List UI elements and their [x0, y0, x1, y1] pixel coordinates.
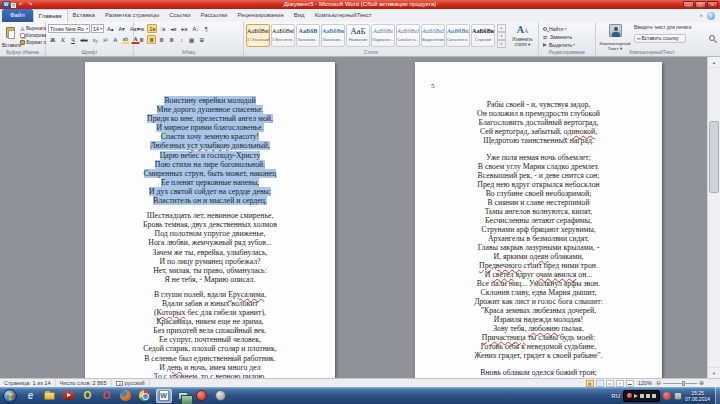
style-chip-6[interactable]: АаБбВвГдСлабое в...: [396, 24, 420, 47]
scroll-down-icon[interactable]: ▼: [708, 367, 720, 378]
format-painter-button[interactable]: Формат по образцу: [20, 39, 46, 46]
ribbon-tab-2[interactable]: Вставка: [68, 9, 100, 22]
insert-link-button[interactable]: ∞ Вставить ссылку: [634, 34, 686, 43]
style-chip-7[interactable]: АаБбВвГдВыделение: [421, 24, 445, 47]
font-strikethrough[interactable]: abc: [78, 35, 89, 44]
page-right[interactable]: 5 Рабы своей - и, чувствуя задор,Он поло…: [415, 62, 662, 378]
media-player-icon[interactable]: [61, 389, 77, 403]
style-chip-1[interactable]: АаБбВвГ1 Без инте...: [271, 24, 295, 47]
para-line-spacing[interactable]: ↕: [177, 35, 186, 44]
font-bold[interactable]: Ж: [48, 35, 57, 44]
page-left[interactable]: Воистину еврейки молодойМне дорого душев…: [85, 62, 335, 378]
zoom-out-button[interactable]: ⊖: [656, 380, 661, 387]
zoom-level[interactable]: 120%: [636, 380, 654, 386]
word-icon[interactable]: W: [156, 389, 172, 403]
clipboard-dialog-launcher[interactable]: ⌟: [42, 51, 44, 55]
view-draft-button[interactable]: ▬: [626, 380, 634, 387]
collapse-ribbon-icon[interactable]: ˄: [699, 13, 703, 19]
help-icon[interactable]: ?: [707, 12, 715, 20]
file-explorer-icon[interactable]: [42, 389, 58, 403]
maximize-button[interactable]: ▢: [695, 1, 706, 8]
grey-app-icon[interactable]: [213, 389, 229, 403]
close-button[interactable]: ✕: [707, 1, 718, 8]
start-button[interactable]: [3, 389, 17, 403]
screen-recorder-toolbar[interactable]: [623, 390, 660, 402]
styles-gallery-more[interactable]: ⊽: [497, 40, 506, 48]
style-chip-4[interactable]: АаБНазвание: [346, 24, 370, 47]
font-family-combo[interactable]: Times New Ro▾: [48, 24, 90, 33]
font-subscript[interactable]: x₂: [91, 35, 100, 44]
chrome-icon[interactable]: [137, 389, 153, 403]
ribbon-tab-0[interactable]: Файл: [2, 9, 33, 22]
editing-button-2[interactable]: Выделить▾: [543, 41, 575, 49]
style-chip-8[interactable]: АаБбВвГдСильное в...: [446, 24, 470, 47]
paragraph-dialog-launcher[interactable]: ⌟: [240, 51, 242, 55]
scrollbar-thumb[interactable]: [709, 121, 719, 193]
para-sort[interactable]: А↓: [190, 24, 200, 33]
firefox-icon[interactable]: [118, 389, 134, 403]
font-underline[interactable]: Ч: [68, 35, 77, 44]
ribbon-tab-3[interactable]: Разметка страницы: [100, 9, 164, 22]
editing-button-1[interactable]: ⇄Заменить: [543, 33, 575, 41]
font-dialog-launcher[interactable]: ⌟: [130, 51, 132, 55]
ribbon-tab-6[interactable]: Рецензирование: [232, 9, 288, 22]
para-show-marks[interactable]: ¶: [202, 24, 211, 33]
para-shading[interactable]: ▦: [187, 35, 196, 44]
font-grow-font[interactable]: А▴: [105, 24, 115, 33]
para-align-justify[interactable]: ≣: [167, 35, 176, 44]
search-icon[interactable]: [709, 35, 715, 41]
font-text-effects[interactable]: А: [111, 35, 120, 44]
view-fullscreen-button[interactable]: ▢: [596, 380, 604, 387]
styles-scroll-down[interactable]: ▾: [497, 32, 506, 40]
show-desktop-button[interactable]: [715, 387, 720, 404]
red-app-icon[interactable]: [194, 389, 210, 403]
ribbon-tab-1[interactable]: Главная: [33, 9, 68, 22]
record-icon[interactable]: [627, 393, 632, 398]
para-bullets[interactable]: •≡: [137, 24, 146, 33]
computer-text-button[interactable]: Компьютерный Текст ▾: [599, 23, 631, 50]
style-chip-5[interactable]: АаБбВвПодзагол...: [371, 24, 395, 47]
font-superscript[interactable]: x²: [101, 35, 110, 44]
para-increase-indent[interactable]: ▸≡: [179, 24, 189, 33]
tray-grid-icon[interactable]: [674, 392, 682, 400]
styles-scroll-up[interactable]: ▴: [497, 24, 506, 32]
cut-button[interactable]: Вырезать: [20, 25, 46, 32]
remote-screens-icon[interactable]: [175, 389, 191, 403]
para-align-right[interactable]: ≣: [157, 35, 166, 44]
font-shrink-font[interactable]: А▾: [116, 24, 126, 33]
font-size-combo[interactable]: 14▾: [91, 24, 104, 33]
redo-icon[interactable]: ↷: [26, 1, 34, 8]
stop-icon[interactable]: [640, 394, 644, 398]
para-multilevel-list[interactable]: ⁝≡: [158, 24, 167, 33]
ribbon-tab-5[interactable]: Рассылки: [195, 9, 232, 22]
font-highlight-color[interactable]: ab: [121, 35, 130, 44]
undo-icon[interactable]: ↶: [17, 1, 25, 8]
view-outline-button[interactable]: ≡: [616, 380, 624, 387]
para-align-left[interactable]: ≣: [137, 35, 146, 44]
ribbon-tab-8[interactable]: КомпьютерныйТекст: [310, 9, 377, 22]
scroll-up-icon[interactable]: ▲: [708, 57, 720, 68]
pause-icon[interactable]: [646, 394, 650, 398]
style-chip-3[interactable]: АаБбВвЗаголово...: [321, 24, 345, 47]
internet-explorer-icon[interactable]: e: [23, 389, 39, 403]
zoom-in-button[interactable]: ⊕: [699, 380, 704, 387]
opera-icon[interactable]: O: [80, 389, 96, 403]
settings-icon[interactable]: [652, 394, 656, 398]
ribbon-tab-4[interactable]: Ссылки: [164, 9, 195, 22]
save-icon[interactable]: [11, 3, 16, 8]
copy-button[interactable]: Копировать: [20, 32, 46, 39]
para-borders[interactable]: ⊞: [197, 35, 206, 44]
minimize-button[interactable]: —: [683, 1, 694, 8]
para-align-center[interactable]: ≣: [147, 35, 156, 44]
view-web-button[interactable]: ▭: [606, 380, 614, 387]
zoom-slider-handle[interactable]: [682, 381, 685, 386]
play-icon[interactable]: [634, 394, 638, 398]
editing-button-0[interactable]: Найти▾: [543, 25, 575, 33]
opera-alt-icon[interactable]: O: [99, 389, 115, 403]
word-app-icon[interactable]: W: [2, 1, 10, 8]
ribbon-tab-7[interactable]: Вид: [289, 9, 310, 22]
language-indicator[interactable]: RU: [611, 393, 620, 399]
tray-red-icon[interactable]: [663, 392, 671, 400]
para-decrease-indent[interactable]: ◂≡: [168, 24, 178, 33]
vertical-scrollbar[interactable]: ▲ ▼: [707, 57, 720, 378]
